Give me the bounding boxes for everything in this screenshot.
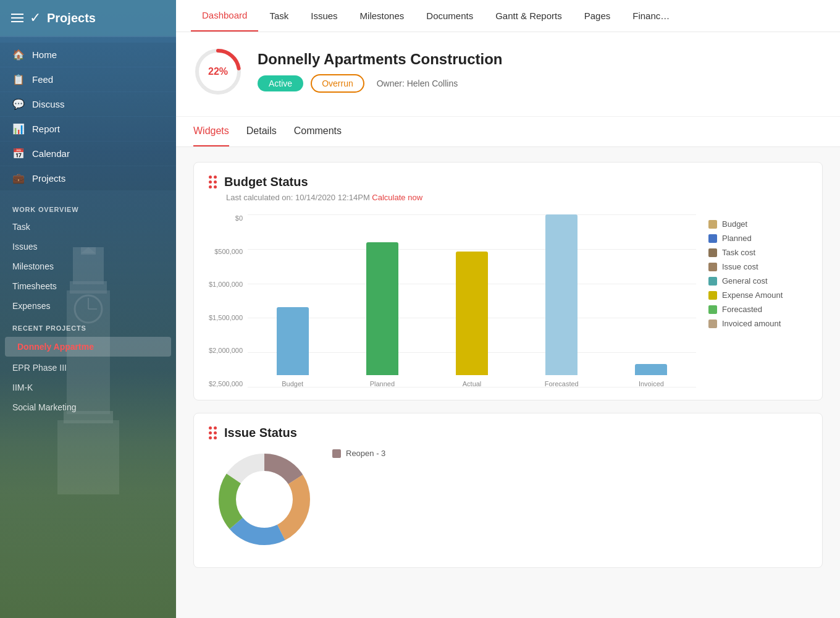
sidebar-project-iimk[interactable]: IIM-K	[0, 378, 176, 397]
expenses-label: Expenses	[12, 301, 50, 311]
legend-budget: Budget	[708, 219, 807, 229]
sidebar-item-issues[interactable]: Issues	[0, 237, 176, 256]
calendar-icon: 📅	[12, 148, 25, 159]
bar-budget-rect	[277, 307, 309, 375]
report-icon: 📊	[12, 123, 25, 135]
y-label-4: $500,000	[209, 248, 243, 255]
sidebar-item-task[interactable]: Task	[0, 217, 176, 237]
bar-invoiced: Invoiced	[607, 214, 696, 387]
legend-issue-cost: Issue cost	[708, 262, 807, 271]
budget-chart: $2,500,000 $2,000,000 $1,500,000 $1,000,…	[209, 214, 807, 387]
bars-area: Budget Planned Actual	[248, 214, 696, 387]
legend-task-cost-label: Task cost	[722, 248, 755, 257]
sidebar-item-timesheets[interactable]: Timesheets	[0, 276, 176, 296]
legend-general-cost: General cost	[708, 276, 807, 286]
tab-details[interactable]: Details	[246, 117, 277, 146]
project-owner: Owner: Helen Collins	[377, 78, 458, 88]
bar-budget: Budget	[248, 214, 337, 387]
top-nav-documents[interactable]: Documents	[415, 1, 484, 31]
badge-overrun: Overrun	[311, 74, 364, 93]
top-nav-finance[interactable]: Financ…	[621, 1, 681, 31]
sidebar-item-calendar[interactable]: 📅 Calendar	[0, 142, 176, 166]
badge-active: Active	[258, 75, 303, 91]
bar-forecasted: Forecasted	[517, 214, 607, 387]
bar-forecasted-label: Forecasted	[545, 380, 579, 387]
top-nav-task[interactable]: Task	[258, 1, 300, 31]
content-area: Budget Status Last calculated on: 10/14/…	[176, 147, 840, 618]
sidebar-nav: 🏠 Home 📋 Feed 💬 Discuss 📊 Report 📅 Calen…	[0, 36, 176, 197]
sidebar-project-social[interactable]: Social Marketing	[0, 397, 176, 417]
sidebar-item-report[interactable]: 📊 Report	[0, 117, 176, 141]
legend-expense-color	[708, 291, 717, 300]
sidebar-item-milestones[interactable]: Milestones	[0, 256, 176, 276]
discuss-icon: 💬	[12, 98, 25, 110]
top-nav-dashboard[interactable]: Dashboard	[191, 0, 258, 32]
bar-forecasted-rect	[545, 214, 578, 375]
timesheets-label: Timesheets	[12, 281, 57, 291]
sidebar-item-report-label: Report	[32, 124, 60, 134]
legend-invoiced-color	[708, 320, 717, 328]
sidebar-header: ✓ Projects	[0, 0, 176, 36]
sidebar-item-projects[interactable]: 💼 Projects	[0, 166, 176, 190]
issue-legend-reopen: Reopen - 3	[332, 449, 385, 458]
sidebar-item-home-label: Home	[32, 49, 57, 60]
y-axis: $2,500,000 $2,000,000 $1,500,000 $1,000,…	[209, 214, 248, 387]
sidebar-project-epr[interactable]: EPR Phase III	[0, 358, 176, 378]
top-nav-gantt[interactable]: Gantt & Reports	[484, 1, 573, 31]
budget-widget-title: Budget Status	[224, 175, 308, 189]
bar-planned-rect	[366, 242, 398, 375]
legend-invoiced-label: Invoiced amount	[722, 319, 781, 328]
feed-icon: 📋	[12, 74, 25, 85]
sidebar-item-calendar-label: Calendar	[32, 148, 70, 159]
main-content: Dashboard Task Issues Milestones Documen…	[176, 0, 840, 618]
content-tabs: Widgets Details Comments	[176, 117, 840, 147]
calculate-link[interactable]: Calculate now	[372, 193, 422, 202]
issue-legend: Reopen - 3	[332, 444, 385, 458]
legend-planned-label: Planned	[722, 234, 752, 243]
projects-icon: 💼	[12, 172, 25, 184]
sidebar-project-donnely[interactable]: Donnely Appartme	[5, 337, 171, 357]
top-nav-milestones[interactable]: Milestones	[349, 1, 416, 31]
tab-widgets[interactable]: Widgets	[193, 117, 229, 146]
sidebar-title: Projects	[47, 11, 96, 25]
bar-planned-label: Planned	[370, 380, 395, 387]
legend-general-cost-label: General cost	[722, 276, 768, 286]
logo-icon: ✓	[30, 10, 41, 26]
issue-donut-chart	[209, 444, 320, 555]
sidebar-item-home[interactable]: 🏠 Home	[0, 43, 176, 67]
legend-planned-color	[708, 234, 717, 243]
issue-reopen-label: Reopen - 3	[346, 449, 385, 458]
legend-forecasted-label: Forecasted	[722, 305, 762, 314]
sidebar-item-feed-label: Feed	[32, 74, 53, 85]
y-label-0: $2,500,000	[209, 380, 243, 387]
bar-invoiced-label: Invoiced	[639, 380, 664, 387]
sidebar-item-projects-label: Projects	[32, 173, 65, 184]
project-header: 22% Donnelly Apartments Construction Act…	[176, 32, 840, 117]
issue-drag-icon	[209, 426, 217, 439]
bar-planned: Planned	[337, 214, 427, 387]
issue-widget: Issue Status	[193, 413, 823, 568]
legend-budget-color	[708, 220, 717, 229]
sidebar-item-feed[interactable]: 📋 Feed	[0, 67, 176, 91]
menu-icon[interactable]	[11, 14, 23, 22]
sidebar: ✓ Projects 🏠 Home 📋 Feed 💬 Discuss 📊 Rep…	[0, 0, 176, 618]
sidebar-item-discuss[interactable]: 💬 Discuss	[0, 92, 176, 116]
recent-projects-section: RECENT PROJECTS	[0, 316, 176, 336]
y-label-1: $2,000,000	[209, 347, 243, 354]
y-label-2: $1,500,000	[209, 314, 243, 321]
tab-comments[interactable]: Comments	[294, 117, 342, 146]
bar-actual-rect	[456, 252, 488, 375]
budget-subtitle: Last calculated on: 10/14/2020 12:14PM C…	[226, 193, 807, 202]
legend-expense-label: Expense Amount	[722, 290, 783, 300]
bar-invoiced-rect	[635, 364, 667, 375]
top-nav-issues[interactable]: Issues	[300, 1, 348, 31]
budget-widget: Budget Status Last calculated on: 10/14/…	[193, 162, 823, 400]
top-nav-pages[interactable]: Pages	[573, 1, 622, 31]
legend-planned: Planned	[708, 234, 807, 243]
y-label-3: $1,000,000	[209, 281, 243, 288]
y-label-5: $0	[209, 214, 243, 222]
chart-area: $2,500,000 $2,000,000 $1,500,000 $1,000,…	[209, 214, 696, 387]
drag-icon	[209, 176, 217, 188]
home-icon: 🏠	[12, 49, 25, 61]
sidebar-item-expenses[interactable]: Expenses	[0, 296, 176, 316]
